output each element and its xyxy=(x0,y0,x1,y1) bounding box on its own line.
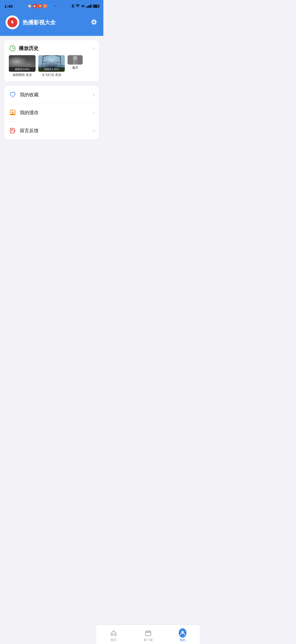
menu-card: 我的收藏 › 我的缓存 › xyxy=(4,86,99,139)
favorites-label: 我的收藏 xyxy=(20,92,39,98)
favorites-left: 我的收藏 xyxy=(9,91,39,99)
video-title-3: 魔术 xyxy=(68,66,83,70)
signal-icon xyxy=(86,4,92,8)
svg-rect-26 xyxy=(73,61,74,65)
svg-point-20 xyxy=(49,61,54,66)
feedback-chevron: › xyxy=(93,128,95,133)
more-icon: ··· xyxy=(53,4,57,8)
cache-left: 我的缓存 xyxy=(9,109,39,116)
cache-item[interactable]: 我的缓存 › xyxy=(4,103,99,121)
history-video-2[interactable]: 观看至1.00% 女飞行员 高清 xyxy=(38,55,65,77)
history-video-3[interactable]: 魔术 xyxy=(68,55,83,77)
svg-point-7 xyxy=(13,59,17,64)
svg-point-11 xyxy=(22,57,27,63)
right-status-icons: 4G xyxy=(71,4,99,8)
svg-rect-18 xyxy=(38,55,65,65)
chat-icon: 💬 xyxy=(27,4,32,8)
wifi-icon xyxy=(76,4,80,8)
app-icon-red: ▶ xyxy=(33,4,37,8)
history-title: 播放历史 xyxy=(19,45,39,52)
history-chevron: › xyxy=(93,46,95,51)
app-header: 热播影视大全 xyxy=(0,12,103,36)
download-icon xyxy=(9,109,16,116)
status-time: 1:40 xyxy=(4,4,13,9)
thumb-img-3 xyxy=(68,55,83,65)
history-card: 播放历史 › xyxy=(4,40,99,81)
battery-icon xyxy=(93,5,99,8)
status-bar: 1:40 💬 ▶ 淘 😺 🌐 ··· xyxy=(0,0,103,12)
main-content: 播放历史 › xyxy=(0,36,103,166)
feedback-label: 留言反馈 xyxy=(20,127,39,134)
feedback-item[interactable]: 留言反馈 › xyxy=(4,121,99,139)
svg-rect-30 xyxy=(10,128,14,133)
video-thumb-1: 观看至0.00% xyxy=(9,55,36,72)
video-thumb-3 xyxy=(68,55,83,65)
app-icon-taobao: 淘 xyxy=(38,4,42,8)
svg-rect-16 xyxy=(14,58,15,60)
feedback-left: 留言反馈 xyxy=(9,127,39,134)
header-left: 热播影视大全 xyxy=(6,15,56,29)
history-videos-list: 观看至0.00% 秘密图纸 高清 xyxy=(4,55,99,81)
clock-icon-wrap xyxy=(9,45,16,52)
app-logo xyxy=(6,15,19,29)
svg-point-3 xyxy=(93,21,95,23)
svg-point-21 xyxy=(49,61,54,65)
history-header[interactable]: 播放历史 › xyxy=(4,40,99,55)
video-title-1: 秘密图纸 高清 xyxy=(9,73,36,77)
svg-point-24 xyxy=(73,56,78,61)
bluetooth-icon xyxy=(71,4,74,8)
history-title-group: 播放历史 xyxy=(9,45,39,52)
gear-icon xyxy=(90,18,98,26)
app-icon-other: 😺 xyxy=(43,4,47,8)
cache-label: 我的缓存 xyxy=(20,110,39,116)
svg-point-13 xyxy=(28,59,31,63)
notification-icons: 💬 ▶ 淘 😺 🌐 ··· xyxy=(27,4,57,8)
settings-button[interactable] xyxy=(90,18,98,27)
history-video-1[interactable]: 观看至0.00% 秘密图纸 高清 xyxy=(9,55,36,77)
favorites-item[interactable]: 我的收藏 › xyxy=(4,86,99,103)
flame-play-icon xyxy=(9,19,15,25)
app-icon-browser: 🌐 xyxy=(48,4,53,8)
video-progress-2: 观看至1.00% xyxy=(38,67,65,72)
svg-point-15 xyxy=(13,58,17,60)
clock-icon xyxy=(9,45,15,51)
video-thumb-2: 观看至1.00% xyxy=(38,55,65,72)
feedback-icon-wrap xyxy=(9,127,17,134)
favorites-chevron: › xyxy=(93,92,95,97)
video-progress-1: 观看至0.00% xyxy=(9,67,36,72)
app-title: 热播影视大全 xyxy=(23,19,56,26)
video-title-2: 女飞行员 高清 xyxy=(38,73,65,77)
svg-point-9 xyxy=(18,58,21,63)
heart-icon-wrap xyxy=(9,91,17,99)
feedback-icon xyxy=(9,127,16,134)
svg-text:💬: 💬 xyxy=(28,5,31,8)
network-type-icon: 4G xyxy=(81,5,85,8)
logo-inner xyxy=(7,17,17,27)
download-icon-wrap xyxy=(9,109,17,116)
heart-icon xyxy=(9,91,16,98)
status-icons: 💬 ▶ 淘 😺 🌐 ··· xyxy=(27,4,57,8)
cache-chevron: › xyxy=(93,110,95,115)
